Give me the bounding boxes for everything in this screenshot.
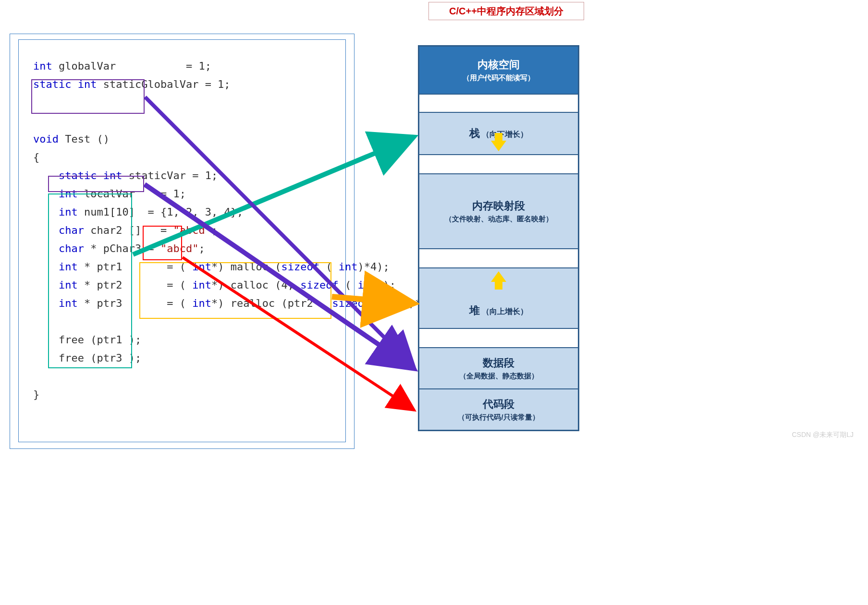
var: * ptr1 <box>78 261 122 273</box>
kw: sizeof <box>300 279 338 291</box>
kw-int: int <box>59 188 78 200</box>
watermark-text: CSDN @未来可期LJ <box>792 431 854 439</box>
txt: ( <box>319 261 339 273</box>
region-title: 代码段 <box>483 397 514 411</box>
eq: = <box>147 242 160 254</box>
region-title: 内核空间 <box>477 58 520 72</box>
var: localVar <box>78 188 135 200</box>
region-sub: （向下增长） <box>482 130 528 138</box>
region-title: 数据段 <box>483 356 514 370</box>
kw-int: int <box>59 261 78 273</box>
str: "abcd" <box>173 224 211 236</box>
region-sub: （可执行代码/只读常量） <box>458 413 539 422</box>
eq: = ( <box>167 261 192 273</box>
kw: int <box>192 297 211 309</box>
txt: )); <box>377 279 396 291</box>
assign: = {1, 2, 3, 4}; <box>147 206 243 218</box>
kw: sizeof <box>281 261 319 273</box>
region-code: 代码段 （可执行代码/只读常量） <box>419 389 578 430</box>
var: * pChar3 <box>84 242 141 254</box>
region-gap <box>419 328 578 348</box>
region-mmap: 内存映射段 （文件映射、动态库、匿名映射） <box>419 174 578 249</box>
region-title: 内存映射段 <box>472 199 525 213</box>
code-block: int globalVar = 1; static int staticGlob… <box>33 57 331 404</box>
eq: = ( <box>167 297 192 309</box>
region-sub: （用户代码不能读写） <box>463 73 535 83</box>
region-title: 堆 <box>469 304 480 316</box>
arrow-down-icon <box>491 141 506 151</box>
kw: int <box>192 261 211 273</box>
memory-table: 内核空间 （用户代码不能读写） 栈 （向下增长） 内存映射段 （文件映射、动态库… <box>418 45 579 431</box>
stmt: free (ptr1 ); <box>59 334 141 346</box>
kw: sizeof <box>332 297 370 309</box>
kw-int: int <box>59 206 78 218</box>
region-sub: （全局数据、静态数据） <box>459 372 538 381</box>
kw-char: char <box>59 224 84 236</box>
txt: )*4); <box>358 261 390 273</box>
region-title: 栈 <box>469 127 480 139</box>
brace: } <box>33 388 39 400</box>
var: staticGlobalVar <box>97 78 198 90</box>
kw-int: int <box>33 60 52 72</box>
kw: int <box>339 261 358 273</box>
kw-static-int: static int <box>59 169 122 182</box>
region-stack: 栈 （向下增长） <box>419 112 578 155</box>
kw: int <box>192 279 211 291</box>
region-gap <box>419 94 578 112</box>
kw-void: void <box>33 133 59 145</box>
fn-name: Test () <box>59 133 110 145</box>
region-heap: 堆 （向上增长） <box>419 268 578 328</box>
diagram-title: C/C++中程序内存区域划分 <box>449 5 563 18</box>
assign: = 1; <box>160 188 186 200</box>
var: staticVar <box>122 169 185 182</box>
var: * ptr3 <box>78 297 122 309</box>
txt: *) malloc ( <box>211 261 281 273</box>
eq: = <box>160 224 173 236</box>
stmt: free (ptr3 ); <box>59 352 141 364</box>
var: char2 [] <box>84 224 141 236</box>
region-sub: （文件映射、动态库、匿名映射） <box>445 215 553 224</box>
assign: = 1; <box>186 60 211 72</box>
str: "abcd" <box>160 242 198 254</box>
txt: *) realloc (ptr2 , <box>211 297 332 309</box>
kw: int <box>358 279 377 291</box>
txt: ( <box>339 279 358 291</box>
code-inner-frame: int globalVar = 1; static int staticGlob… <box>18 39 346 442</box>
eq: = ( <box>167 279 192 291</box>
brace: { <box>33 151 39 163</box>
kw-int: int <box>59 279 78 291</box>
region-data: 数据段 （全局数据、静态数据） <box>419 348 578 389</box>
semi: ; <box>211 224 218 236</box>
region-gap <box>419 249 578 268</box>
var: globalVar <box>52 60 116 72</box>
kw-static-int: static int <box>33 78 97 90</box>
diagram-title-box: C/C++中程序内存区域划分 <box>428 2 584 20</box>
assign: = 1; <box>192 169 218 182</box>
var: num1[10] <box>78 206 135 218</box>
txt: ( <box>370 297 383 309</box>
var: * ptr2 <box>78 279 122 291</box>
kw-int: int <box>59 297 78 309</box>
region-kernel: 内核空间 （用户代码不能读写） <box>419 46 578 94</box>
kw: int <box>383 297 403 309</box>
region-gap <box>419 155 578 174</box>
semi: ; <box>198 242 205 254</box>
kw-char: char <box>59 242 84 254</box>
region-sub: （向上增长） <box>482 307 528 315</box>
txt: *) calloc (4, <box>211 279 300 291</box>
arrow-up-icon <box>491 271 506 282</box>
assign: = 1; <box>205 78 231 90</box>
